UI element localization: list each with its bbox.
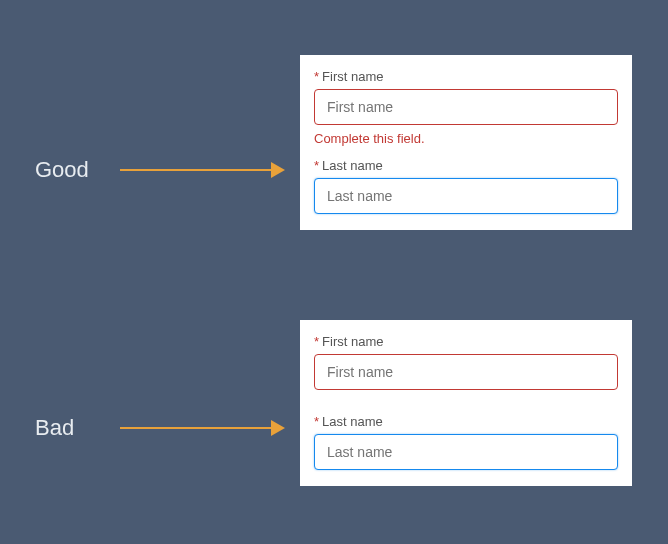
last-name-label: *Last name [314, 414, 618, 429]
last-name-label: *Last name [314, 158, 618, 173]
first-name-input[interactable] [314, 89, 618, 125]
first-name-input[interactable] [314, 354, 618, 390]
required-asterisk-icon: * [314, 414, 319, 429]
good-label: Good [35, 157, 105, 183]
error-message: Complete this field. [314, 131, 618, 146]
bad-example-row: Bad *First name *Last name [35, 320, 632, 486]
bad-form-card: *First name *Last name [300, 320, 632, 486]
first-name-label: *First name [314, 334, 618, 349]
required-asterisk-icon: * [314, 334, 319, 349]
first-name-label: *First name [314, 69, 618, 84]
arrow-icon [120, 418, 285, 438]
last-name-input[interactable] [314, 178, 618, 214]
required-asterisk-icon: * [314, 158, 319, 173]
last-name-input[interactable] [314, 434, 618, 470]
arrow-icon [120, 160, 285, 180]
good-example-row: Good *First name Complete this field. *L… [35, 55, 632, 230]
bad-label: Bad [35, 415, 105, 441]
good-form-card: *First name Complete this field. *Last n… [300, 55, 632, 230]
required-asterisk-icon: * [314, 69, 319, 84]
